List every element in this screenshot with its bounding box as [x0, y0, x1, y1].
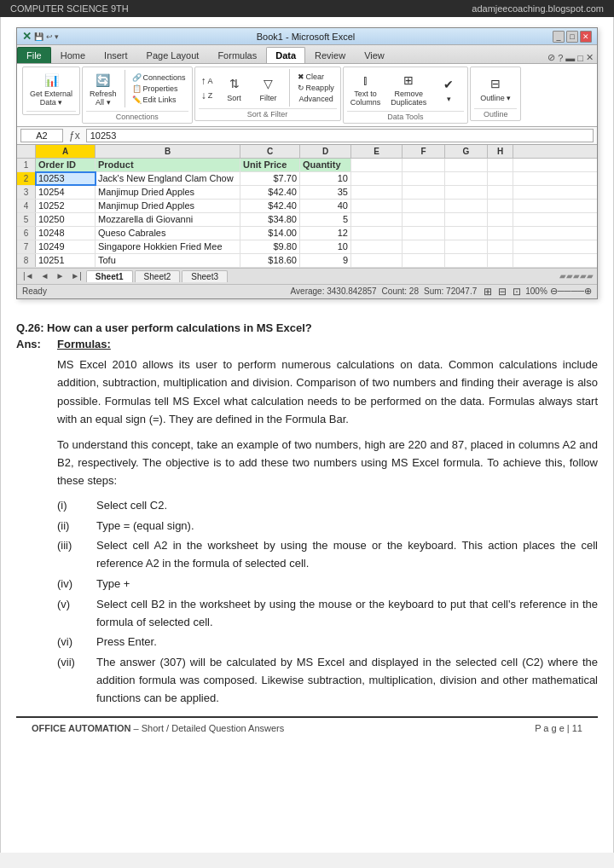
cell-b3[interactable]: Manjimup Dried Apples	[96, 186, 240, 199]
cell-e4[interactable]	[351, 200, 403, 212]
cell-g6[interactable]	[445, 227, 488, 240]
cell-c7[interactable]: $9.80	[240, 240, 300, 253]
cell-a5[interactable]: 10250	[36, 213, 96, 226]
tab-formulas[interactable]: Formulas	[208, 47, 266, 63]
maximize-button[interactable]: □	[566, 31, 578, 43]
cell-a3[interactable]: 10254	[36, 186, 96, 199]
tab-file[interactable]: File	[17, 47, 51, 63]
sheet-tab-3[interactable]: Sheet3	[182, 270, 228, 282]
view-layout-button[interactable]: ⊟	[496, 286, 508, 298]
col-header-b[interactable]: B	[96, 145, 240, 158]
sheet-nav-next[interactable]: ►	[53, 271, 67, 281]
cell-b7[interactable]: Singapore Hokkien Fried Mee	[96, 240, 240, 253]
cell-h6[interactable]	[488, 227, 513, 240]
clear-button[interactable]: ✖ Clear	[295, 72, 337, 82]
sheet-tab-1[interactable]: Sheet1	[86, 270, 133, 282]
data-validation-button[interactable]: ✔ ▾	[433, 73, 464, 105]
cell-f5[interactable]	[403, 213, 445, 226]
cell-b2[interactable]: Jack's New England Clam Chow	[96, 172, 240, 185]
tab-page-layout[interactable]: Page Layout	[137, 47, 209, 63]
cell-a4[interactable]: 10252	[36, 200, 96, 212]
window-controls[interactable]: _ □ ✕	[553, 31, 592, 43]
minimize-button[interactable]: _	[553, 31, 565, 43]
scroll-bar[interactable]: ▰▰▰▰▰	[559, 271, 594, 281]
view-page-break-button[interactable]: ⊡	[511, 286, 523, 298]
cell-g8[interactable]	[445, 254, 488, 267]
cell-e1[interactable]	[351, 159, 403, 171]
col-header-e[interactable]: E	[351, 145, 403, 158]
cell-d1[interactable]: Quantity	[300, 159, 351, 171]
sheet-nav-prev[interactable]: ◄	[38, 271, 52, 281]
cell-f7[interactable]	[403, 240, 445, 253]
cell-a8[interactable]: 10251	[36, 254, 96, 267]
cell-b8[interactable]: Tofu	[96, 254, 240, 267]
advanced-button[interactable]: Advanced	[295, 94, 337, 104]
cell-a2[interactable]: 10253	[36, 172, 96, 185]
cell-f3[interactable]	[403, 186, 445, 199]
sort-za-button[interactable]: ↓Z	[199, 89, 216, 102]
cell-f8[interactable]	[403, 254, 445, 267]
cell-g2[interactable]	[445, 172, 488, 185]
cell-d8[interactable]: 9	[300, 254, 351, 267]
cell-e8[interactable]	[351, 254, 403, 267]
cell-d2[interactable]: 10	[300, 172, 351, 185]
cell-a1[interactable]: Order ID	[36, 159, 96, 171]
reapply-button[interactable]: ↻ Reapply	[295, 83, 337, 93]
formula-value[interactable]: 10253	[86, 129, 594, 142]
cell-b6[interactable]: Queso Cabrales	[96, 227, 240, 240]
properties-button[interactable]: 📋 Properties	[130, 84, 188, 94]
cell-c8[interactable]: $18.60	[240, 254, 300, 267]
cell-g7[interactable]	[445, 240, 488, 253]
zoom-slider[interactable]: ⊖────⊕	[550, 286, 592, 297]
cell-h5[interactable]	[488, 213, 513, 226]
sheet-tab-2[interactable]: Sheet2	[135, 270, 181, 282]
cell-b4[interactable]: Manjimup Dried Apples	[96, 200, 240, 212]
remove-duplicates-button[interactable]: ⊞ RemoveDuplicates	[387, 69, 430, 109]
sheet-nav-last[interactable]: ►|	[68, 271, 84, 281]
cell-f1[interactable]	[403, 159, 445, 171]
col-header-d[interactable]: D	[300, 145, 351, 158]
edit-links-button[interactable]: ✏️ Edit Links	[130, 95, 188, 105]
cell-e3[interactable]	[351, 186, 403, 199]
cell-e7[interactable]	[351, 240, 403, 253]
cell-g5[interactable]	[445, 213, 488, 226]
cell-e5[interactable]	[351, 213, 403, 226]
cell-h4[interactable]	[488, 200, 513, 212]
tab-view[interactable]: View	[355, 47, 394, 63]
tab-home[interactable]: Home	[51, 47, 95, 63]
cell-reference[interactable]: A2	[20, 129, 63, 142]
outline-button[interactable]: ⊟ Outline ▾	[477, 72, 514, 104]
cell-b5[interactable]: Mozzarella di Giovanni	[96, 213, 240, 226]
cell-c4[interactable]: $42.40	[240, 200, 300, 212]
connections-button[interactable]: 🔗 Connections	[130, 72, 188, 83]
cell-d3[interactable]: 35	[300, 186, 351, 199]
cell-h1[interactable]	[488, 159, 513, 171]
tab-data[interactable]: Data	[266, 47, 305, 63]
sheet-nav-first[interactable]: |◄	[20, 271, 37, 281]
text-to-columns-button[interactable]: ⫿ Text toColumns	[347, 69, 385, 109]
cell-d7[interactable]: 10	[300, 240, 351, 253]
col-header-f[interactable]: F	[403, 145, 445, 158]
cell-c2[interactable]: $7.70	[240, 172, 300, 185]
cell-d6[interactable]: 12	[300, 227, 351, 240]
cell-d4[interactable]: 40	[300, 200, 351, 212]
view-normal-button[interactable]: ⊞	[482, 286, 494, 298]
cell-h7[interactable]	[488, 240, 513, 253]
cell-b1[interactable]: Product	[96, 159, 240, 171]
sort-az-button[interactable]: ↑A	[199, 74, 216, 88]
tab-insert[interactable]: Insert	[95, 47, 137, 63]
cell-h2[interactable]	[488, 172, 513, 185]
cell-f4[interactable]	[403, 200, 445, 212]
cell-g4[interactable]	[445, 200, 488, 212]
filter-button[interactable]: ▽ Filter	[253, 72, 284, 104]
col-header-a[interactable]: A	[36, 145, 96, 158]
cell-d5[interactable]: 5	[300, 213, 351, 226]
cell-h3[interactable]	[488, 186, 513, 199]
cell-g3[interactable]	[445, 186, 488, 199]
cell-e6[interactable]	[351, 227, 403, 240]
col-header-c[interactable]: C	[240, 145, 300, 158]
tab-review[interactable]: Review	[305, 47, 355, 63]
cell-f6[interactable]	[403, 227, 445, 240]
cell-c5[interactable]: $34.80	[240, 213, 300, 226]
get-external-data-button[interactable]: 📊 Get ExternalData ▾	[26, 69, 76, 109]
